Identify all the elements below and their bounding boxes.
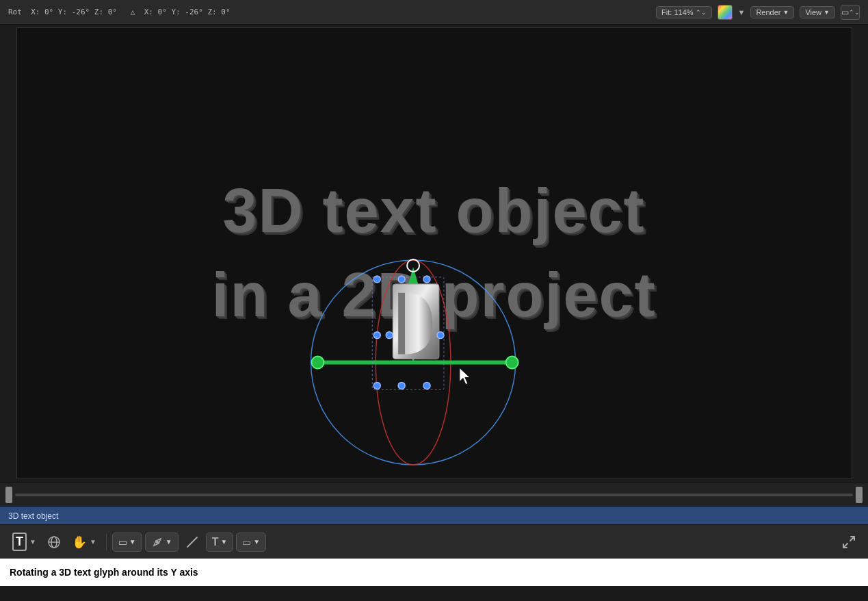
hand-chevron-icon: ▼ (90, 538, 96, 546)
text-chevron-icon: ▼ (220, 538, 227, 546)
fit-label: Fit: 114% (661, 8, 693, 16)
timeline-left-handle[interactable] (5, 487, 12, 503)
svg-point-14 (423, 382, 430, 389)
fit-button[interactable]: Fit: 114% ⌃⌄ (656, 6, 711, 18)
render-chevron-icon: ▼ (783, 9, 789, 16)
rotation-info: Rot X: 0° Y: -26° Z: 0° △ X: 0° Y: -26° … (8, 8, 231, 16)
toolbar-left: T ▼ ✋ ▼ ▭ ▼ (8, 531, 266, 553)
render-label: Render (756, 8, 780, 16)
pen-icon (151, 536, 163, 548)
view-label: View (805, 8, 821, 16)
clip-label-bar: 3D text object (0, 507, 868, 524)
orbit-tool-button[interactable] (43, 531, 65, 553)
text-tool-button[interactable]: T ▼ (206, 533, 234, 552)
shape-tool-button[interactable]: ▭ ▼ (112, 533, 142, 552)
swatch-chevron-icon: ▼ (738, 8, 746, 16)
transform-tool-button[interactable]: T ▼ (8, 531, 40, 553)
svg-rect-19 (372, 277, 444, 389)
svg-marker-3 (408, 267, 419, 286)
svg-line-24 (187, 537, 197, 547)
hand-tool-button[interactable]: ✋ ▼ (68, 531, 101, 553)
top-bar-left: Rot X: 0° Y: -26° Z: 0° △ X: 0° Y: -26° … (8, 8, 231, 16)
text-line-1: 3D text object (222, 176, 645, 246)
text-icon: T (212, 536, 219, 548)
svg-rect-5 (393, 284, 439, 359)
color-swatch[interactable] (718, 5, 733, 20)
display-chevron-icon: ⌃⌄ (849, 9, 860, 16)
top-bar-right: Fit: 114% ⌃⌄ ▼ Render ▼ View ▼ ▭ ⌃⌄ (656, 5, 860, 20)
delta-xyz: X: 0° Y: -26° Z: 0° (144, 8, 231, 16)
clip-label: 3D text object (8, 511, 58, 521)
transform-tool-icon: T (12, 533, 27, 551)
rot-xyz: X: 0° Y: -26° Z: 0° (31, 8, 117, 16)
orbit-icon (47, 535, 62, 550)
rot-label: Rot (8, 8, 22, 16)
render-button[interactable]: Render ▼ (750, 6, 794, 18)
timeline-right-handle[interactable] (856, 487, 863, 503)
view-chevron-icon: ▼ (824, 9, 830, 16)
brush-tool-button[interactable] (181, 531, 203, 553)
text-line-2: in a 2D project (211, 260, 656, 331)
svg-point-6 (407, 259, 419, 272)
svg-marker-18 (459, 368, 469, 384)
delta-label: △ (131, 8, 135, 16)
expand-button[interactable] (838, 531, 860, 553)
display-mode-button[interactable]: ▭ ⌃⌄ (841, 5, 860, 20)
gizmo-overlay (17, 28, 852, 478)
svg-point-9 (423, 276, 430, 283)
svg-point-10 (373, 332, 380, 339)
shape-icon: ▭ (118, 537, 127, 548)
svg-point-17 (505, 357, 518, 369)
view-button[interactable]: View ▼ (800, 6, 835, 18)
display-mode-icon: ▭ (841, 8, 849, 17)
caption-area: Rotating a 3D text glyph around its Y ax… (0, 559, 868, 586)
svg-point-12 (373, 382, 380, 389)
brush-icon (185, 535, 199, 549)
svg-point-15 (436, 332, 443, 339)
hand-icon: ✋ (72, 535, 87, 550)
svg-point-1 (376, 260, 451, 465)
mask-icon: ▭ (242, 537, 251, 548)
caption-text: Rotating a 3D text glyph around its Y ax… (10, 567, 198, 578)
svg-point-11 (386, 332, 393, 339)
svg-point-0 (311, 260, 515, 465)
svg-point-23 (156, 541, 159, 544)
background-text: 3D text object in a 2D project (17, 28, 852, 478)
shape-chevron-icon: ▼ (129, 538, 136, 546)
toolbar-separator-1 (106, 534, 107, 550)
pen-chevron-icon: ▼ (166, 538, 172, 546)
mask-chevron-icon: ▼ (253, 538, 260, 546)
transform-chevron-icon: ▼ (29, 538, 36, 546)
timeline-track[interactable] (15, 494, 853, 496)
pen-tool-button[interactable]: ▼ (145, 533, 179, 552)
svg-point-16 (311, 357, 324, 369)
fit-chevron-icon: ⌃⌄ (696, 9, 707, 16)
svg-point-13 (398, 382, 405, 389)
top-bar: Rot X: 0° Y: -26° Z: 0° △ X: 0° Y: -26° … (0, 0, 868, 25)
bottom-toolbar: T ▼ ✋ ▼ ▭ ▼ (0, 524, 868, 559)
svg-point-7 (373, 276, 380, 283)
mask-tool-button[interactable]: ▭ ▼ (236, 533, 266, 552)
svg-point-8 (398, 276, 405, 283)
timeline-area (0, 482, 868, 507)
expand-icon (841, 535, 856, 550)
canvas-wrapper: 3D text object in a 2D project (0, 25, 868, 482)
canvas-area[interactable]: 3D text object in a 2D project (16, 27, 852, 479)
